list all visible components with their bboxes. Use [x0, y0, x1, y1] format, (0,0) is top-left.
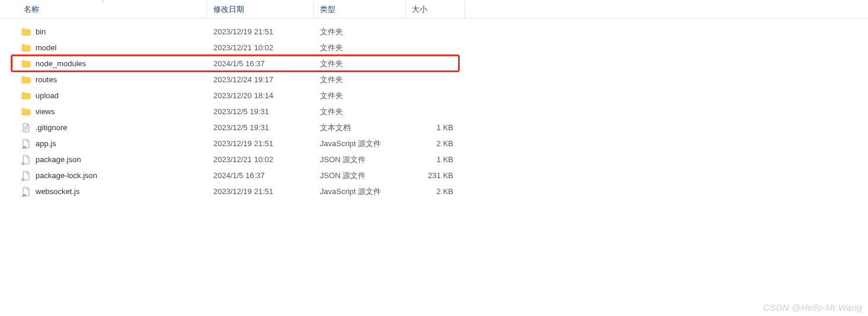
file-name-cell: .gitignore — [0, 123, 207, 133]
file-name-label: upload — [36, 91, 59, 100]
file-date-cell: 2024/1/5 16:37 — [207, 171, 314, 180]
file-size-cell: 231 KB — [406, 171, 465, 180]
file-row[interactable]: bin2023/12/19 21:51文件夹 — [0, 24, 868, 40]
file-name-cell: ()package-lock.json — [0, 171, 207, 180]
file-name-cell: model — [0, 43, 207, 53]
js-icon: JS — [21, 187, 31, 196]
folder-icon — [21, 43, 31, 53]
folder-icon — [21, 59, 31, 69]
file-name-cell: node_modules — [0, 59, 207, 69]
file-name-cell: ()package.json — [0, 155, 207, 165]
folder-icon — [21, 27, 31, 37]
file-size-cell: 1 KB — [406, 123, 465, 132]
folder-icon — [21, 107, 31, 117]
file-name-cell: routes — [0, 75, 207, 85]
file-name-cell: JSwebsocket.js — [0, 187, 207, 196]
file-type-cell: 文件夹 — [314, 91, 406, 101]
file-list-header: 名称 ˄ 修改日期 类型 大小 — [0, 0, 868, 19]
file-type-cell: 文件夹 — [314, 107, 406, 117]
file-row[interactable]: ()package-lock.json2024/1/5 16:37JSON 源文… — [0, 167, 868, 183]
file-name-label: package.json — [36, 155, 81, 164]
file-date-cell: 2023/12/19 21:51 — [207, 187, 314, 196]
file-name-cell: views — [0, 107, 207, 117]
file-size-cell: 2 KB — [406, 139, 465, 148]
file-row[interactable]: JSapp.js2023/12/19 21:51JavaScript 源文件2 … — [0, 136, 868, 151]
file-name-label: node_modules — [36, 59, 86, 68]
file-type-cell: 文件夹 — [314, 43, 406, 53]
textdoc-icon — [21, 123, 31, 133]
file-date-cell: 2024/1/5 16:37 — [207, 59, 314, 68]
file-name-label: websocket.js — [36, 187, 79, 196]
file-date-cell: 2023/12/5 19:31 — [207, 123, 314, 132]
file-type-cell: JSON 源文件 — [314, 170, 406, 181]
file-row[interactable]: views2023/12/5 19:31文件夹 — [0, 104, 868, 120]
js-icon: JS — [21, 139, 31, 149]
file-row[interactable]: model2023/12/21 10:02文件夹 — [0, 40, 868, 56]
file-name-label: model — [36, 43, 56, 52]
file-size-cell: 2 KB — [406, 187, 465, 196]
file-name-label: views — [36, 107, 55, 116]
file-row[interactable]: JSwebsocket.js2023/12/19 21:51JavaScript… — [0, 183, 868, 199]
watermark-text: CSDN @Hello-Mr.Wang — [763, 302, 862, 312]
file-date-cell: 2023/12/24 19:17 — [207, 75, 314, 84]
json-icon: () — [21, 155, 31, 165]
file-type-cell: 文本文档 — [314, 122, 406, 133]
file-name-label: app.js — [36, 139, 56, 148]
file-row[interactable]: .gitignore2023/12/5 19:31文本文档1 KB — [0, 120, 868, 136]
file-name-label: package-lock.json — [36, 171, 97, 180]
column-header-type[interactable]: 类型 — [314, 0, 406, 18]
file-name-cell: bin — [0, 27, 207, 37]
column-header-size[interactable]: 大小 — [406, 0, 465, 18]
file-date-cell: 2023/12/5 19:31 — [207, 107, 314, 116]
file-name-label: .gitignore — [36, 123, 67, 132]
file-type-cell: 文件夹 — [314, 59, 406, 69]
file-type-cell: JSON 源文件 — [314, 154, 406, 165]
file-date-cell: 2023/12/19 21:51 — [207, 139, 314, 148]
column-header-name[interactable]: 名称 ˄ — [0, 0, 207, 18]
file-list-body: bin2023/12/19 21:51文件夹model2023/12/21 10… — [0, 19, 868, 199]
column-header-date[interactable]: 修改日期 — [207, 0, 314, 18]
column-header-size-label: 大小 — [412, 4, 427, 15]
file-name-label: routes — [36, 75, 57, 84]
folder-icon — [21, 75, 31, 85]
file-date-cell: 2023/12/20 18:14 — [207, 91, 314, 100]
json-icon: () — [21, 171, 31, 180]
file-date-cell: 2023/12/21 10:02 — [207, 155, 314, 164]
file-name-cell: upload — [0, 91, 207, 101]
file-type-cell: JavaScript 源文件 — [314, 186, 406, 197]
file-row[interactable]: node_modules2024/1/5 16:37文件夹 — [0, 56, 868, 72]
column-header-name-label: 名称 — [24, 4, 39, 15]
file-row[interactable]: ()package.json2023/12/21 10:02JSON 源文件1 … — [0, 151, 868, 167]
file-row[interactable]: upload2023/12/20 18:14文件夹 — [0, 88, 868, 104]
file-name-cell: JSapp.js — [0, 139, 207, 149]
file-type-cell: 文件夹 — [314, 27, 406, 37]
column-header-type-label: 类型 — [320, 4, 335, 15]
column-header-date-label: 修改日期 — [213, 4, 244, 15]
file-type-cell: 文件夹 — [314, 75, 406, 85]
file-date-cell: 2023/12/19 21:51 — [207, 27, 314, 36]
sort-ascending-icon: ˄ — [102, 0, 105, 6]
file-date-cell: 2023/12/21 10:02 — [207, 43, 314, 52]
file-size-cell: 1 KB — [406, 155, 465, 164]
folder-icon — [21, 91, 31, 101]
file-row[interactable]: routes2023/12/24 19:17文件夹 — [0, 72, 868, 88]
file-name-label: bin — [36, 27, 46, 36]
file-type-cell: JavaScript 源文件 — [314, 138, 406, 149]
